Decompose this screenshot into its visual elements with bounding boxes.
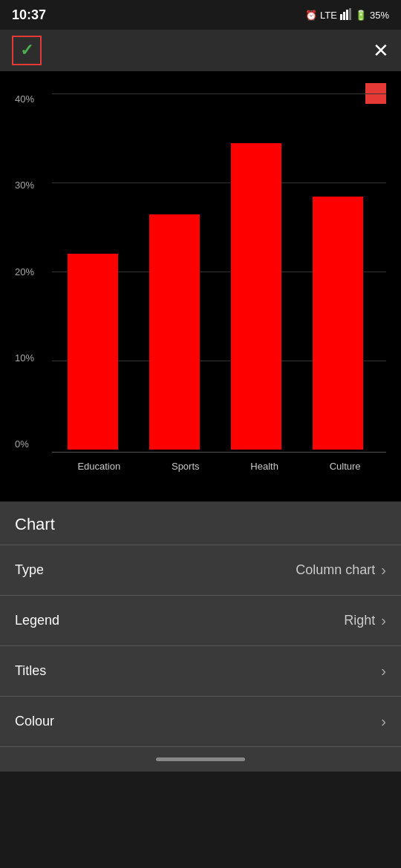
- signal-label: LTE: [320, 10, 337, 21]
- titles-row[interactable]: Titles ›: [0, 646, 401, 697]
- home-bar: [156, 757, 245, 761]
- signal-icon: [340, 8, 352, 22]
- type-chevron: ›: [381, 562, 386, 579]
- y-label-10: 10%: [15, 352, 48, 364]
- settings-panel: Chart Type Column chart › Legend Right ›…: [0, 502, 401, 747]
- type-row[interactable]: Type Column chart ›: [0, 545, 401, 596]
- section-header: Chart: [0, 502, 401, 545]
- y-label-0: 0%: [15, 438, 48, 450]
- confirm-button[interactable]: ✓: [12, 36, 42, 65]
- chart-area: 40% 30% 20% 10% 0%: [0, 71, 401, 502]
- bar-group-sports: [149, 214, 200, 450]
- battery-icon: 🔋: [355, 10, 367, 21]
- bar-group-education: [68, 254, 118, 450]
- status-icons: ⏰ LTE 🔋 35%: [305, 8, 389, 22]
- x-label-education: Education: [77, 461, 120, 472]
- colour-value-group: ›: [381, 713, 386, 730]
- bars-container: [52, 93, 379, 450]
- status-bar: 10:37 ⏰ LTE 🔋 35%: [0, 0, 401, 30]
- titles-label: Titles: [15, 663, 46, 679]
- bar-sports: [149, 214, 200, 450]
- colour-label: Colour: [15, 714, 54, 729]
- titles-value-group: ›: [381, 662, 386, 680]
- chart-grid: 40% 30% 20% 10% 0%: [15, 93, 386, 479]
- legend-value-group: Right ›: [344, 612, 386, 629]
- type-value-group: Column chart ›: [296, 562, 386, 579]
- legend-label: Legend: [15, 613, 59, 628]
- battery-label: 35%: [370, 10, 389, 21]
- y-label-20: 20%: [15, 266, 48, 277]
- y-label-30: 30%: [15, 180, 48, 191]
- titles-chevron: ›: [381, 662, 386, 680]
- y-axis-labels: 40% 30% 20% 10% 0%: [15, 93, 48, 450]
- legend-row[interactable]: Legend Right ›: [0, 596, 401, 646]
- bar-health: [231, 143, 281, 450]
- x-label-sports: Sports: [172, 461, 200, 472]
- svg-rect-2: [346, 10, 348, 20]
- svg-rect-3: [349, 8, 351, 20]
- bar-culture: [313, 197, 363, 450]
- bar-group-culture: [313, 197, 363, 450]
- y-label-40: 40%: [15, 93, 48, 105]
- status-time: 10:37: [12, 7, 46, 23]
- close-button[interactable]: ✕: [373, 41, 389, 60]
- x-label-health: Health: [250, 461, 278, 472]
- x-label-culture: Culture: [330, 461, 361, 472]
- bar-group-health: [231, 143, 281, 450]
- check-icon: ✓: [20, 41, 33, 60]
- action-bar: ✓ ✕: [0, 30, 401, 71]
- type-value: Column chart: [296, 562, 375, 578]
- bar-education: [68, 254, 118, 450]
- chart-inner: [52, 93, 386, 450]
- alarm-icon: ⏰: [305, 10, 317, 21]
- colour-chevron: ›: [381, 713, 386, 730]
- svg-rect-0: [340, 14, 342, 20]
- type-label: Type: [15, 562, 44, 578]
- legend-value: Right: [344, 613, 375, 628]
- home-indicator: [0, 747, 401, 772]
- colour-row[interactable]: Colour ›: [0, 697, 401, 747]
- svg-rect-1: [343, 12, 345, 20]
- legend-chevron: ›: [381, 612, 386, 629]
- x-axis-labels: Education Sports Health Culture: [52, 453, 386, 479]
